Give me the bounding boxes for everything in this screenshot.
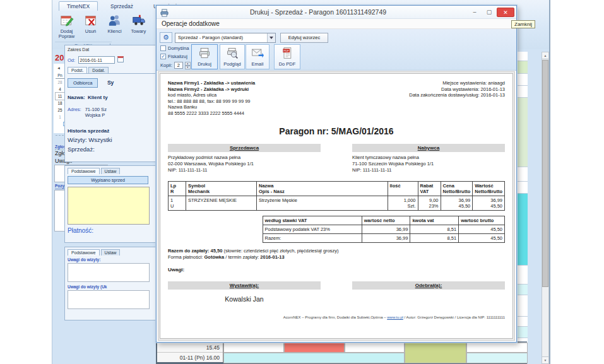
calendar-day[interactable]: 4 [56,86,64,93]
scroll-down-icon[interactable]: ▼ [542,356,548,363]
schedule-cell[interactable] [405,343,466,363]
edit-template-button[interactable]: Edytuj wzorzec [280,33,328,43]
delete-button[interactable]: Usuń [80,13,102,42]
odbiorca-button[interactable]: Odbiorca [68,78,98,88]
seller-line: NIP: 111-111-11-11 [168,167,321,173]
vertical-scrollbar[interactable]: ▲ ▼ [542,52,549,364]
dialog-menubar: Operacje dodatkowe [157,19,516,29]
schedule-slot[interactable] [518,86,528,98]
schedule-slot[interactable] [518,194,528,266]
datepicker-icon[interactable] [117,56,124,62]
schedule-slot[interactable] [518,317,528,327]
maximize-button[interactable]: ▢ [482,8,496,17]
to-pdf-button[interactable]: PDF Do PDF [274,44,300,69]
preview-button-label: Podgląd [223,61,241,67]
schedule-grid: 15.45 01-11 (Pn) 16.00 [156,341,527,364]
minimize-button[interactable]: – [468,8,482,17]
schedule-slot[interactable] [518,182,528,194]
items-table: LpR SymbolMechanik NazwaOpis - Nasz Iloś… [168,181,505,211]
schedule-slot[interactable] [518,266,528,285]
button-label: Towary [131,29,146,35]
preview-button[interactable]: Podgląd [220,44,245,69]
meta-line: Miejsce wystawienia: aniaagd [409,80,505,86]
schedule-slot[interactable] [518,285,528,295]
calendar-day[interactable]: 1 [56,114,64,120]
schedule-slot[interactable] [518,52,528,61]
document-page: Nazwa Firmy1 - Zakładka -> ustawienia Na… [160,73,513,339]
tab-timenex[interactable]: TimeNEX [59,1,98,11]
chevron-down-icon [267,33,275,42]
issue-meta-block: Miejsce wystawienia: aniaagd Data wystaw… [409,80,505,116]
buyer-block: Nabywca Klient tymczasowy nazwa pełna 71… [352,144,505,173]
buyer-header: Nabywca [352,144,505,152]
template-select[interactable]: Sprzedaż - Paragon (standard) [175,33,276,43]
tab-ustaw-1[interactable]: Ustaw [101,168,121,174]
tab-podst[interactable]: Podst. [68,67,87,73]
goods-button[interactable]: Towary [127,13,150,42]
dialog-titlebar[interactable]: Drukuj - Sprzedaż - Paragon 160113114927… [157,6,516,19]
calendar-day[interactable]: 11 [56,93,64,100]
tab-dodat[interactable]: Dodat. [88,67,109,73]
schedule-slot[interactable] [518,61,528,74]
domyslna-checkbox[interactable] [160,45,166,51]
company-line: Nazwa Firmy2 - Zakładka -> wydruki [168,86,255,93]
company-line: kod miasto, Adres ulica [168,92,255,98]
clients-button[interactable]: Klienci [104,13,126,42]
add-edit-button[interactable]: Dodaj Popraw [56,13,78,42]
vat-table-row: Razem: 36,99 8,51 45,50 [263,234,504,243]
menu-operacje-dodatkowe[interactable]: Operacje dodatkowe [162,20,220,27]
footer-link[interactable]: www.tu.pl [387,315,403,319]
sales-memo-box[interactable] [68,187,150,225]
adres-line1: 71-100 Sz [85,107,107,112]
close-button[interactable]: ✕ [497,8,514,17]
tab-podstawowe-2[interactable]: Podstawowe [68,249,100,255]
calendar-add-icon [60,13,74,29]
company-line: 88 5555 2222 3333 2222 5555 4444 [168,110,255,117]
wypisano-button[interactable]: Wypisano sprzed [68,176,148,184]
schedule-cell[interactable] [223,343,284,353]
tab-ustaw-2[interactable]: Ustaw [101,249,121,255]
schedule-slot[interactable] [518,74,528,86]
sy-label: Sy [107,79,114,86]
gear-icon[interactable]: ⚙ [160,32,172,43]
schedule-cell[interactable] [284,343,345,353]
wizyty-label: Wizyty: Wszystki [68,136,158,143]
tab-podstawowe-1[interactable]: Podstawowe [68,168,100,174]
schedule-slot[interactable] [518,98,528,167]
schedule-cell[interactable] [466,353,528,363]
visit-notes-label-2: Uwagi do wizyty (Uk [68,285,158,289]
scrollbar-thumb[interactable] [542,60,548,287]
button-label: Klienci [107,29,121,35]
seller-line: Przykładowy podmiot nazwa pełna [168,155,321,161]
pdf-icon: PDF [281,47,293,61]
kopii-input[interactable]: 2 [174,62,183,69]
kopii-label: Kopii: [160,62,172,68]
schedule-time-column: 15.45 01-11 (Pn) 16.00 [157,343,223,362]
schedule-slot[interactable] [518,167,528,182]
email-icon [251,47,264,61]
dialog-toolbar: ⚙ Sprzedaż - Paragon (standard) Edytuj w… [157,29,516,71]
calendar-day[interactable]: 18 [56,100,64,107]
schedule-cell[interactable] [345,343,405,353]
schedule-slot[interactable] [518,327,528,338]
fiskalizuj-checkbox[interactable]: ✓ [160,54,166,59]
vat-table-header: według stawki VAT wartość netto kwota va… [263,216,504,225]
date-from-input[interactable]: 2016-01-11 [78,56,115,64]
tab-sprzedaz[interactable]: Sprzedaż [103,2,141,11]
schedule-slot[interactable] [518,295,528,317]
items-table-row: 1U STRZYŻENIE MĘSKIE Strzyżenie Męskie 1… [169,196,505,211]
schedule-cell[interactable] [466,343,528,353]
kopii-stepper[interactable]: ▲▼ [185,62,191,69]
print-button[interactable]: Drukuj [191,44,218,69]
fiskalizuj-row: ✓ Fiskalizuj [160,54,187,59]
visit-notes-box-2[interactable] [68,290,150,309]
zamknij-tooltip[interactable]: Zamknij [511,20,535,28]
scroll-up-icon[interactable]: ▲ [542,52,548,59]
calendar-day[interactable]: 28 [56,79,64,86]
visit-notes-box-1[interactable] [68,263,150,282]
calendar-prev-icon[interactable]: ◄ [57,65,61,71]
calendar-day[interactable]: 25 [56,107,64,114]
schedule-cell[interactable] [223,353,405,363]
adres-line2: Wojska P [85,112,105,118]
email-button[interactable]: Email [246,44,269,69]
